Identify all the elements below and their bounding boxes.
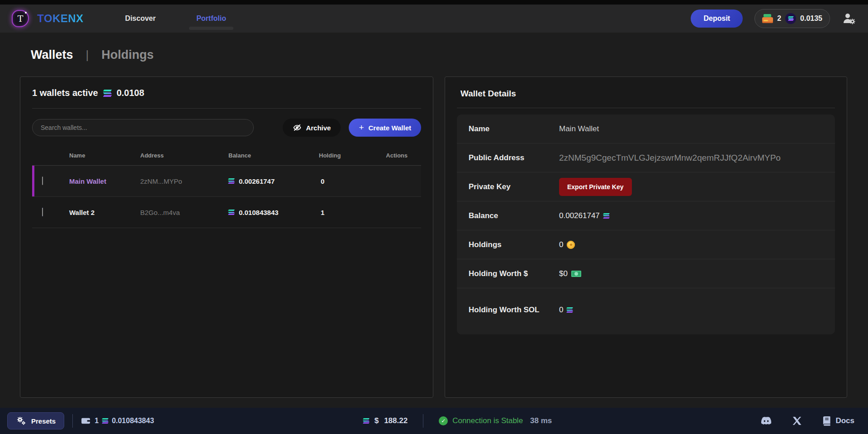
latency-value: 38 ms: [530, 416, 552, 425]
wallet-icon: [762, 14, 773, 23]
connection-status-text: Connection is Stable: [452, 416, 523, 425]
wallets-summary: 1 wallets active 0.0108: [32, 88, 421, 98]
detail-row-public-address: Public Address 2zNM5g9CgecTmVLGJejzswrMn…: [457, 143, 835, 172]
footer-center: $ 188.22 ✓ Connection is Stable 38 ms: [363, 414, 552, 428]
detail-row-name: Name Main Wallet: [457, 114, 835, 143]
solana-icon: [603, 213, 609, 219]
solana-icon: [228, 210, 234, 215]
wallets-panel: 1 wallets active 0.0108 Archive: [20, 76, 433, 398]
tab-separator: |: [86, 48, 89, 62]
create-wallet-label: Create Wallet: [369, 124, 411, 132]
brand-title: TOKENX: [37, 12, 84, 25]
private-key-label: Private Key: [469, 181, 559, 193]
solana-icon: [104, 90, 111, 97]
nav-item-portfolio[interactable]: Portfolio: [195, 12, 227, 25]
col-address: Address: [140, 152, 228, 159]
wallet-balance: 0.010843843: [239, 209, 279, 216]
archive-label: Archive: [306, 124, 331, 132]
tab-wallets[interactable]: Wallets: [31, 48, 73, 62]
gears-icon: [16, 416, 27, 426]
wallet-address: B2Go...m4va: [140, 209, 228, 216]
account-balance-pill[interactable]: 2 0.0135: [754, 9, 830, 28]
navbar-right: Deposit 2 0.0135: [691, 9, 855, 28]
footer-links: Docs: [761, 415, 854, 426]
view-tabs: Wallets | Holdings: [20, 33, 848, 62]
archive-button[interactable]: Archive: [283, 119, 341, 137]
balance-label: Balance: [469, 210, 559, 222]
nav-item-discover[interactable]: Discover: [124, 12, 157, 25]
nav-links: Discover Portfolio: [124, 12, 227, 25]
wallets-active-count: 1 wallets active: [32, 88, 98, 98]
footer-wallet-summary: 1 0.010843843: [81, 417, 154, 425]
divider: [32, 108, 421, 109]
holdings-label: Holdings: [469, 239, 559, 251]
solana-badge-icon: [785, 13, 796, 24]
worth-sol-value: 0: [559, 305, 563, 315]
public-address-label: Public Address: [469, 152, 559, 164]
main-content: Wallets | Holdings 1 wallets active 0.01…: [0, 33, 868, 408]
app-logo[interactable]: T: [12, 10, 29, 27]
wallet-row-main-wallet[interactable]: Main Wallet 2zNM...MYPo 0.00261747 0: [32, 166, 421, 197]
docs-label: Docs: [835, 416, 854, 425]
money-icon: [571, 271, 581, 277]
footer-wallet-count: 1: [95, 417, 99, 425]
col-actions: Actions: [382, 152, 421, 159]
price-currency: $: [375, 416, 379, 425]
col-holding: Holding: [319, 152, 382, 159]
tab-holdings[interactable]: Holdings: [101, 48, 154, 62]
wallet-holding: 0: [319, 177, 382, 185]
check-circle-icon: ✓: [439, 416, 448, 425]
name-label: Name: [469, 123, 559, 135]
navbar: T TOKENX Discover Portfolio Deposit 2 0.…: [0, 5, 868, 33]
divider: [423, 414, 423, 428]
wallet-name: Wallet 2: [61, 209, 140, 216]
deposit-button[interactable]: Deposit: [691, 10, 743, 28]
balance-value: 0.00261747: [559, 211, 600, 220]
wallet-details-panel: Wallet Details Name Main Wallet Public A…: [445, 76, 847, 398]
holdings-value: 0: [559, 240, 563, 249]
user-settings-icon[interactable]: [842, 12, 855, 25]
worth-usd-value: $0: [559, 269, 568, 278]
solana-icon: [363, 418, 369, 424]
wallets-active-sol: 0.0108: [117, 88, 144, 98]
create-wallet-button[interactable]: + Create Wallet: [349, 119, 421, 137]
col-name: Name: [61, 152, 140, 159]
presets-label: Presets: [31, 417, 56, 425]
logo-dot: [25, 12, 27, 14]
plus-icon: +: [359, 123, 364, 133]
docs-link[interactable]: Docs: [822, 416, 854, 426]
solana-icon: [567, 307, 573, 313]
search-input[interactable]: [32, 119, 254, 136]
detail-row-holdings: Holdings 0 ★: [457, 230, 835, 259]
wallet-checkbox[interactable]: [42, 208, 43, 216]
public-address-value: 2zNM5g9CgecTmVLGJejzswrMnw2qemRJJfQ2Airv…: [559, 153, 835, 163]
x-twitter-icon[interactable]: [792, 415, 802, 426]
wallets-table-header: Name Address Balance Holding Actions: [32, 148, 421, 165]
window-top-strip: [0, 0, 868, 5]
sol-balance: 0.0135: [800, 14, 822, 23]
divider: [457, 108, 835, 108]
wallet-icon: [81, 417, 91, 425]
wallet-holding: 1: [319, 209, 382, 216]
export-private-key-button[interactable]: Export Private Key: [559, 178, 632, 196]
solana-icon: [102, 418, 108, 424]
footer-sol-total: 0.010843843: [112, 417, 154, 425]
wallets-toolbar: Archive + Create Wallet: [32, 119, 421, 137]
connection-status: ✓ Connection is Stable 38 ms: [439, 416, 552, 425]
worth-usd-label: Holding Worth $: [469, 268, 559, 280]
wallet-address: 2zNM...MYPo: [140, 177, 228, 185]
wallet-row-wallet-2[interactable]: Wallet 2 B2Go...m4va 0.010843843 1: [32, 197, 421, 228]
wallet-checkbox[interactable]: [42, 176, 43, 185]
status-bar: Presets 1 0.010843843 $ 188.22 ✓ Connect…: [0, 408, 868, 434]
eye-off-icon: [293, 123, 302, 132]
wallet-details-title: Wallet Details: [457, 87, 835, 99]
wallets-table: Name Address Balance Holding Actions Mai…: [32, 148, 421, 228]
coin-icon: ★: [567, 241, 575, 249]
wallet-balance: 0.00261747: [239, 177, 275, 185]
discord-icon[interactable]: [761, 415, 772, 426]
price-value: 188.22: [384, 416, 408, 425]
presets-button[interactable]: Presets: [7, 412, 64, 429]
logo-letter: T: [18, 14, 24, 24]
col-balance: Balance: [228, 152, 319, 159]
detail-row-private-key: Private Key Export Private Key: [457, 172, 835, 201]
